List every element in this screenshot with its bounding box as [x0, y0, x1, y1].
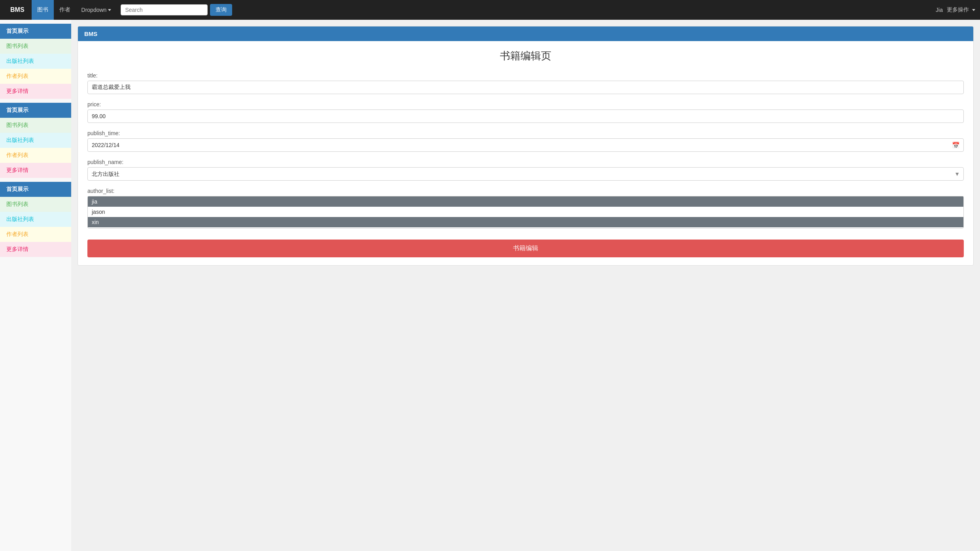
card-body: 书籍编辑页 title: price: publish_time: 📅 — [78, 41, 973, 265]
search-button[interactable]: 查询 — [210, 4, 232, 16]
publish-time-input[interactable] — [87, 138, 964, 152]
sidebar: 首页展示 图书列表 出版社列表 作者列表 更多详情 首页展示 图书列表 — [0, 20, 71, 551]
form-group-price: price: — [87, 101, 964, 123]
sidebar-item-home-3[interactable]: 首页展示 — [0, 182, 71, 197]
sidebar-item-publishers-2[interactable]: 出版社列表 — [0, 133, 71, 148]
author-item-jia[interactable]: jia — [88, 196, 963, 207]
dropdown-caret-icon — [108, 9, 111, 11]
nav-item-dropdown[interactable]: Dropdown — [76, 0, 117, 20]
main-card: BMS 书籍编辑页 title: price: publish_time: — [78, 26, 974, 266]
nav-item-authors[interactable]: 作者 — [54, 0, 76, 20]
sidebar-item-books-2[interactable]: 图书列表 — [0, 118, 71, 133]
sidebar-item-more-2[interactable]: 更多详情 — [0, 163, 71, 178]
sidebar-item-more-1[interactable]: 更多详情 — [0, 84, 71, 99]
publish-name-select[interactable]: 北方出版社 — [87, 167, 964, 181]
more-actions-caret-icon — [972, 9, 975, 11]
content-area: BMS 书籍编辑页 title: price: publish_time: — [71, 20, 980, 551]
sidebar-item-authors-1[interactable]: 作者列表 — [0, 69, 71, 84]
navbar-search: 查询 — [121, 4, 232, 16]
author-list-label: author_list: — [87, 188, 964, 194]
author-list-multiselect[interactable]: jia jason xin wei — [87, 196, 964, 228]
sidebar-item-publishers-1[interactable]: 出版社列表 — [0, 54, 71, 69]
title-input[interactable] — [87, 81, 964, 94]
navbar-brand: BMS — [5, 6, 30, 13]
author-item-jason[interactable]: jason — [88, 207, 963, 217]
sidebar-group-2: 首页展示 图书列表 出版社列表 作者列表 更多详情 — [0, 103, 71, 178]
nav-item-books[interactable]: 图书 — [32, 0, 54, 20]
sidebar-item-home-1[interactable]: 首页展示 — [0, 24, 71, 39]
form-group-publish-time: publish_time: 📅 — [87, 130, 964, 152]
sidebar-item-home-2[interactable]: 首页展示 — [0, 103, 71, 118]
author-list: jia jason xin wei — [88, 196, 963, 228]
publish-name-label: publish_name: — [87, 159, 964, 165]
sidebar-group-1: 首页展示 图书列表 出版社列表 作者列表 更多详情 — [0, 24, 71, 99]
price-input[interactable] — [87, 109, 964, 123]
publish-name-select-wrapper: 北方出版社 ▼ — [87, 167, 964, 181]
form-group-publish-name: publish_name: 北方出版社 ▼ — [87, 159, 964, 181]
author-item-wei[interactable]: wei — [88, 227, 963, 228]
sidebar-item-authors-2[interactable]: 作者列表 — [0, 148, 71, 163]
sidebar-item-books-1[interactable]: 图书列表 — [0, 39, 71, 54]
search-input[interactable] — [121, 4, 208, 15]
sidebar-item-authors-3[interactable]: 作者列表 — [0, 227, 71, 242]
sidebar-item-more-3[interactable]: 更多详情 — [0, 242, 71, 257]
publish-time-label: publish_time: — [87, 130, 964, 136]
date-wrapper: 📅 — [87, 138, 964, 152]
sidebar-group-3: 首页展示 图书列表 出版社列表 作者列表 更多详情 — [0, 182, 71, 257]
form-group-author-list: author_list: jia jason xin wei — [87, 188, 964, 228]
sidebar-item-publishers-3[interactable]: 出版社列表 — [0, 212, 71, 227]
sidebar-item-books-3[interactable]: 图书列表 — [0, 197, 71, 212]
navbar-more-actions[interactable]: 更多操作 — [947, 6, 975, 13]
card-header: BMS — [78, 26, 973, 41]
navbar-right: Jia 更多操作 — [936, 6, 975, 13]
page-title: 书籍编辑页 — [87, 49, 964, 63]
form-group-title: title: — [87, 72, 964, 94]
navbar-user: Jia — [936, 7, 943, 13]
main-layout: 首页展示 图书列表 出版社列表 作者列表 更多详情 首页展示 图书列表 — [0, 20, 980, 551]
navbar: BMS 图书 作者 Dropdown 查询 Jia 更多操作 — [0, 0, 980, 20]
submit-button[interactable]: 书籍编辑 — [87, 240, 964, 257]
title-label: title: — [87, 72, 964, 79]
author-item-xin[interactable]: xin — [88, 217, 963, 227]
price-label: price: — [87, 101, 964, 108]
